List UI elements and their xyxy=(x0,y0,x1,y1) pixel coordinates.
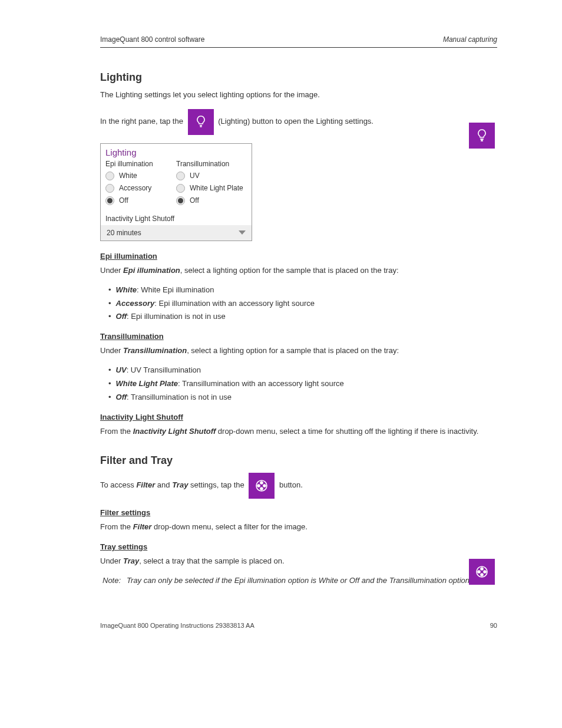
trans-radio-off[interactable]: Off xyxy=(176,196,247,205)
shutoff-desc: From the Inactivity Light Shutoff drop-d… xyxy=(100,426,497,437)
lightbulb-icon-inline[interactable] xyxy=(188,109,214,135)
svg-point-6 xyxy=(484,571,486,573)
page-footer: ImageQuant 800 Operating Instructions 29… xyxy=(100,622,497,629)
header-left: ImageQuant 800 control software xyxy=(100,35,204,44)
epi-label: Epi illumination xyxy=(105,160,176,168)
list-item: UV: UV Transillumination xyxy=(108,365,497,376)
list-item: Off: Transillumination is not in use xyxy=(108,392,497,403)
radio-icon xyxy=(105,196,114,205)
shutoff-subhead: Inactivity Light Shutoff xyxy=(100,413,497,421)
epi-radio-off[interactable]: Off xyxy=(105,196,176,205)
filter-reel-icon xyxy=(469,559,495,585)
trans-label: Transillumination xyxy=(176,160,247,168)
trans-radio-uv[interactable]: UV xyxy=(176,172,247,180)
radio-icon xyxy=(176,196,185,205)
svg-point-5 xyxy=(481,568,483,570)
panel-title: Lighting xyxy=(101,144,252,160)
chevron-down-icon xyxy=(239,230,246,235)
shutoff-value: 20 minutes xyxy=(107,229,141,237)
shutoff-dropdown[interactable]: 20 minutes xyxy=(101,225,252,241)
epi-subhead: Epi illumination xyxy=(100,252,497,261)
filter-reel-icon-inline[interactable] xyxy=(249,473,275,499)
trans-subhead: Transillumination xyxy=(100,332,497,341)
tray-note: Note: Tray can only be selected if the E… xyxy=(103,575,497,587)
list-item: White: White Epi illumination xyxy=(108,285,497,296)
filter-intro: To access Filter and Tray settings, tap … xyxy=(100,473,497,499)
lighting-heading: Lighting xyxy=(100,71,497,84)
footer-left: ImageQuant 800 Operating Instructions 29… xyxy=(100,622,254,629)
tray-settings-subhead: Tray settings xyxy=(100,542,497,551)
filter-settings-desc: From the Filter drop-down menu, select a… xyxy=(100,522,497,533)
lightbulb-icon xyxy=(469,123,495,149)
list-item: White Light Plate: Transillumination wit… xyxy=(108,378,497,390)
trans-column: Transillumination UV White Light Plate O… xyxy=(176,160,247,209)
list-item: Off: Epi illumination is not in use xyxy=(108,311,497,322)
svg-point-11 xyxy=(263,485,266,487)
epi-radio-white[interactable]: White xyxy=(105,172,176,180)
radio-icon xyxy=(176,184,185,193)
svg-point-10 xyxy=(260,482,263,484)
radio-icon xyxy=(105,184,114,193)
tray-settings-desc: Under Tray, select a tray that the sampl… xyxy=(100,556,497,567)
lighting-instruction: In the right pane, tap the (Lighting) bu… xyxy=(100,109,497,135)
list-item: Accessory: Epi illumination with an acce… xyxy=(108,298,497,309)
filter-settings-subhead: Filter settings xyxy=(100,508,497,517)
epi-radio-accessory[interactable]: Accessory xyxy=(105,184,176,193)
lighting-intro: The Lighting settings let you select lig… xyxy=(100,90,497,101)
epi-desc: Under Epi illumination, select a lightin… xyxy=(100,265,497,276)
svg-point-13 xyxy=(257,485,260,487)
page-header: ImageQuant 800 control software Manual c… xyxy=(100,35,497,48)
filter-heading: Filter and Tray xyxy=(100,454,497,467)
trans-radio-white-plate[interactable]: White Light Plate xyxy=(176,184,247,193)
radio-icon xyxy=(176,172,185,180)
svg-point-8 xyxy=(478,571,480,573)
trans-desc: Under Transillumination, select a lighti… xyxy=(100,345,497,357)
radio-icon xyxy=(105,172,114,180)
svg-point-12 xyxy=(260,487,263,490)
shutoff-label: Inactivity Light Shutoff xyxy=(105,215,247,223)
lighting-panel: Lighting Epi illumination White Accessor… xyxy=(100,143,252,241)
epi-column: Epi illumination White Accessory Off xyxy=(105,160,176,209)
footer-right: 90 xyxy=(490,622,497,629)
header-right: Manual capturing xyxy=(443,35,497,44)
svg-point-7 xyxy=(481,574,483,576)
